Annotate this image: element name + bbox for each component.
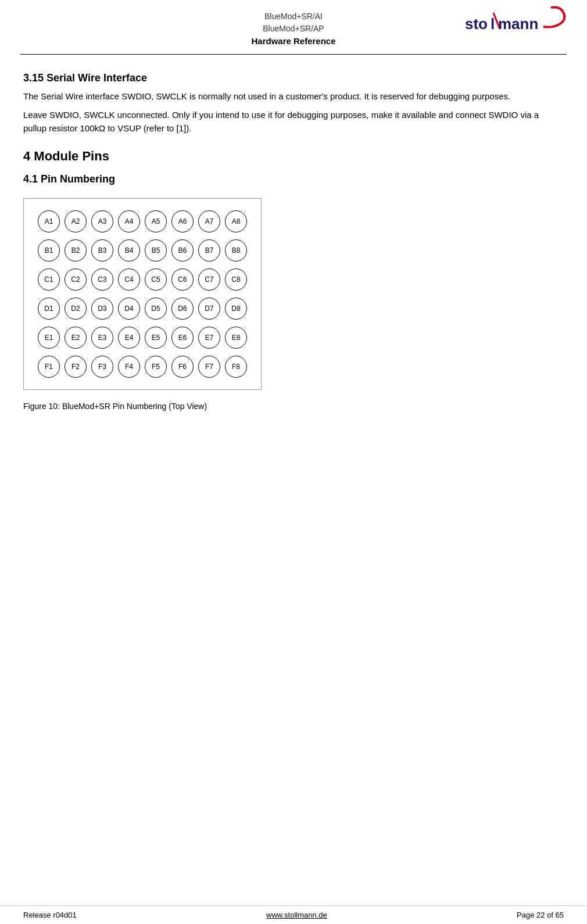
pin-b5: B5 [145, 239, 167, 262]
chapter-4-heading: 4 Module Pins [23, 149, 564, 164]
pin-a5: A5 [145, 210, 167, 232]
footer-page: Page 22 of 65 [517, 911, 564, 919]
pin-row: E1E2E3E4E5E6E7E8 [38, 327, 247, 349]
pin-d3: D3 [91, 298, 113, 320]
pin-e7: E7 [198, 327, 220, 349]
pin-c8: C8 [225, 268, 247, 291]
pin-b3: B3 [91, 239, 113, 262]
pin-row: F1F2F3F4F5F6F7F8 [38, 356, 247, 378]
pin-c4: C4 [118, 268, 140, 291]
pin-e1: E1 [38, 327, 60, 349]
pin-f7: F7 [198, 356, 220, 378]
pin-a6: A6 [171, 210, 194, 232]
page-footer: Release r04d01 www.stollmann.de Page 22 … [0, 905, 587, 924]
pin-d1: D1 [38, 298, 60, 320]
figure-caption: Figure 10: BlueMod+SR Pin Numbering (Top… [23, 402, 564, 411]
pin-c6: C6 [171, 268, 194, 291]
svg-text:sto: sto [465, 15, 488, 33]
header-line2: BlueMod+SR/AP [251, 23, 335, 35]
section-41-heading: 4.1 Pin Numbering [23, 173, 564, 185]
pin-a4: A4 [118, 210, 140, 232]
pin-f3: F3 [91, 356, 113, 378]
svg-text:l: l [491, 15, 495, 33]
pin-row: B1B2B3B4B5B6B7B8 [38, 239, 247, 262]
footer-release: Release r04d01 [23, 911, 77, 919]
pin-d7: D7 [198, 298, 220, 320]
pin-f6: F6 [171, 356, 194, 378]
page-content: 3.15 Serial Wire Interface The Serial Wi… [0, 55, 587, 411]
company-logo: sto l mann [465, 5, 567, 40]
pin-d6: D6 [171, 298, 194, 320]
header-line3: Hardware Reference [251, 35, 335, 48]
pin-c2: C2 [65, 268, 87, 291]
pin-diagram: A1A2A3A4A5A6A7A8B1B2B3B4B5B6B7B8C1C2C3C4… [23, 198, 262, 390]
pin-e6: E6 [171, 327, 194, 349]
pin-b1: B1 [38, 239, 60, 262]
pin-a8: A8 [225, 210, 247, 232]
pin-f1: F1 [38, 356, 60, 378]
section-315-para2: Leave SWDIO, SWCLK unconnected. Only if … [23, 109, 564, 135]
pin-row: C1C2C3C4C5C6C7C8 [38, 268, 247, 291]
footer-url[interactable]: www.stollmann.de [266, 911, 327, 919]
header-line1: BlueMod+SR/AI [251, 10, 335, 23]
pin-d8: D8 [225, 298, 247, 320]
pin-f5: F5 [145, 356, 167, 378]
pin-b6: B6 [171, 239, 194, 262]
pin-f4: F4 [118, 356, 140, 378]
pin-c5: C5 [145, 268, 167, 291]
pin-row: A1A2A3A4A5A6A7A8 [38, 210, 247, 232]
section-315-heading: 3.15 Serial Wire Interface [23, 72, 564, 84]
pin-e4: E4 [118, 327, 140, 349]
svg-text:mann: mann [498, 15, 538, 33]
pin-e3: E3 [91, 327, 113, 349]
pin-c3: C3 [91, 268, 113, 291]
pin-f8: F8 [225, 356, 247, 378]
pin-b4: B4 [118, 239, 140, 262]
pin-d2: D2 [65, 298, 87, 320]
pin-a3: A3 [91, 210, 113, 232]
pin-a7: A7 [198, 210, 220, 232]
pin-b2: B2 [65, 239, 87, 262]
pin-c7: C7 [198, 268, 220, 291]
pin-e5: E5 [145, 327, 167, 349]
pin-d4: D4 [118, 298, 140, 320]
section-315-para1: The Serial Wire interface SWDIO, SWCLK i… [23, 90, 564, 103]
header-text: BlueMod+SR/AI BlueMod+SR/AP Hardware Ref… [251, 10, 335, 48]
pin-e2: E2 [65, 327, 87, 349]
pin-row: D1D2D3D4D5D6D7D8 [38, 298, 247, 320]
pin-a2: A2 [65, 210, 87, 232]
pin-b8: B8 [225, 239, 247, 262]
pin-e8: E8 [225, 327, 247, 349]
pin-d5: D5 [145, 298, 167, 320]
pin-c1: C1 [38, 268, 60, 291]
page-header: BlueMod+SR/AI BlueMod+SR/AP Hardware Ref… [0, 0, 587, 48]
pin-a1: A1 [38, 210, 60, 232]
pin-b7: B7 [198, 239, 220, 262]
pin-f2: F2 [65, 356, 87, 378]
